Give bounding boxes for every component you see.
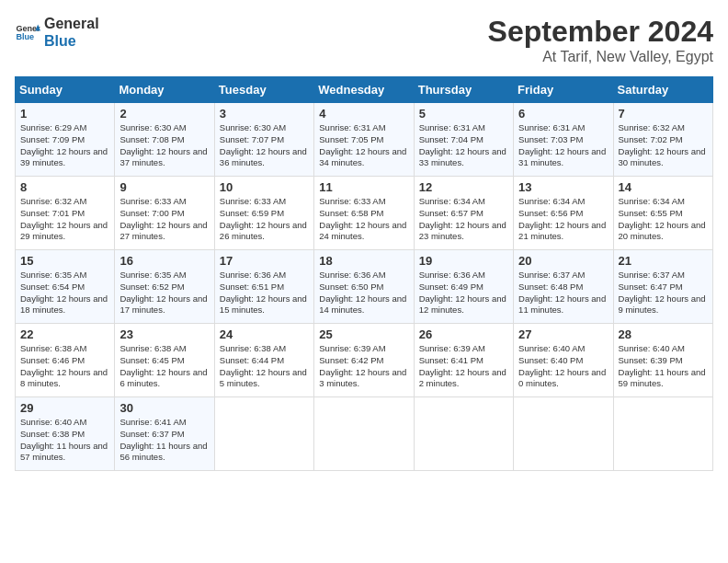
calendar-cell: 12Sunrise: 6:34 AMSunset: 6:57 PMDayligh… — [414, 177, 513, 250]
day-number: 22 — [20, 327, 109, 341]
month-title: September 2024 — [488, 15, 713, 49]
cell-info: Sunrise: 6:33 AMSunset: 6:58 PMDaylight:… — [319, 196, 408, 243]
calendar-cell — [414, 397, 513, 471]
cell-info: Sunrise: 6:34 AMSunset: 6:55 PMDaylight:… — [619, 196, 708, 243]
week-row-2: 8Sunrise: 6:32 AMSunset: 7:01 PMDaylight… — [16, 177, 713, 250]
svg-text:Blue: Blue — [16, 33, 34, 42]
cell-info: Sunrise: 6:34 AMSunset: 6:56 PMDaylight:… — [518, 196, 608, 243]
cell-info: Sunrise: 6:29 AMSunset: 7:09 PMDaylight:… — [20, 122, 109, 169]
calendar-cell: 27Sunrise: 6:40 AMSunset: 6:40 PMDayligh… — [514, 324, 613, 397]
cell-info: Sunrise: 6:31 AMSunset: 7:05 PMDaylight:… — [319, 122, 408, 169]
day-number: 8 — [20, 180, 109, 194]
title-block: September 2024 At Tarif, New Valley, Egy… — [488, 15, 713, 65]
calendar-cell: 5Sunrise: 6:31 AMSunset: 7:04 PMDaylight… — [414, 103, 513, 177]
calendar-cell: 20Sunrise: 6:37 AMSunset: 6:48 PMDayligh… — [514, 250, 613, 324]
cell-info: Sunrise: 6:38 AMSunset: 6:45 PMDaylight:… — [119, 343, 209, 390]
day-number: 29 — [20, 401, 109, 415]
calendar-cell: 9Sunrise: 6:33 AMSunset: 7:00 PMDaylight… — [115, 177, 214, 250]
calendar-cell: 28Sunrise: 6:40 AMSunset: 6:39 PMDayligh… — [613, 324, 712, 397]
week-row-1: 1Sunrise: 6:29 AMSunset: 7:09 PMDaylight… — [16, 103, 713, 177]
calendar-cell: 17Sunrise: 6:36 AMSunset: 6:51 PMDayligh… — [214, 250, 313, 324]
calendar-cell — [613, 397, 712, 471]
cell-info: Sunrise: 6:36 AMSunset: 6:51 PMDaylight:… — [220, 270, 309, 316]
cell-info: Sunrise: 6:40 AMSunset: 6:39 PMDaylight:… — [619, 343, 708, 390]
calendar-cell: 4Sunrise: 6:31 AMSunset: 7:05 PMDaylight… — [314, 103, 414, 177]
week-row-5: 29Sunrise: 6:40 AMSunset: 6:38 PMDayligh… — [16, 397, 713, 471]
calendar-cell: 24Sunrise: 6:38 AMSunset: 6:44 PMDayligh… — [214, 324, 313, 397]
logo-line1: General — [44, 15, 99, 32]
calendar-cell: 18Sunrise: 6:36 AMSunset: 6:50 PMDayligh… — [314, 250, 414, 324]
calendar-cell: 11Sunrise: 6:33 AMSunset: 6:58 PMDayligh… — [314, 177, 414, 250]
logo: General Blue General Blue — [15, 15, 99, 50]
calendar-cell: 29Sunrise: 6:40 AMSunset: 6:38 PMDayligh… — [16, 397, 115, 471]
calendar-cell: 1Sunrise: 6:29 AMSunset: 7:09 PMDaylight… — [16, 103, 115, 177]
week-row-3: 15Sunrise: 6:35 AMSunset: 6:54 PMDayligh… — [16, 250, 713, 324]
cell-info: Sunrise: 6:39 AMSunset: 6:42 PMDaylight:… — [319, 343, 408, 390]
day-number: 4 — [319, 107, 408, 121]
calendar-cell: 13Sunrise: 6:34 AMSunset: 6:56 PMDayligh… — [514, 177, 613, 250]
page-header: General Blue General Blue September 2024… — [15, 15, 713, 65]
day-number: 24 — [220, 327, 309, 341]
cell-info: Sunrise: 6:38 AMSunset: 6:46 PMDaylight:… — [20, 343, 109, 390]
day-number: 20 — [518, 254, 608, 268]
col-header-saturday: Saturday — [613, 77, 712, 103]
cell-info: Sunrise: 6:40 AMSunset: 6:40 PMDaylight:… — [518, 343, 608, 390]
day-number: 1 — [20, 107, 109, 121]
day-number: 26 — [419, 327, 508, 341]
calendar-cell: 3Sunrise: 6:30 AMSunset: 7:07 PMDaylight… — [214, 103, 313, 177]
cell-info: Sunrise: 6:35 AMSunset: 6:54 PMDaylight:… — [20, 270, 109, 316]
calendar-cell: 30Sunrise: 6:41 AMSunset: 6:37 PMDayligh… — [115, 397, 214, 471]
calendar-cell: 25Sunrise: 6:39 AMSunset: 6:42 PMDayligh… — [314, 324, 414, 397]
calendar-cell — [314, 397, 414, 471]
day-number: 7 — [619, 107, 708, 121]
calendar-cell: 26Sunrise: 6:39 AMSunset: 6:41 PMDayligh… — [414, 324, 513, 397]
cell-info: Sunrise: 6:40 AMSunset: 6:38 PMDaylight:… — [20, 417, 109, 464]
week-row-4: 22Sunrise: 6:38 AMSunset: 6:46 PMDayligh… — [16, 324, 713, 397]
cell-info: Sunrise: 6:36 AMSunset: 6:49 PMDaylight:… — [419, 270, 508, 316]
calendar-cell: 22Sunrise: 6:38 AMSunset: 6:46 PMDayligh… — [16, 324, 115, 397]
day-number: 27 — [518, 327, 608, 341]
day-number: 25 — [319, 327, 408, 341]
col-header-tuesday: Tuesday — [214, 77, 313, 103]
day-number: 18 — [319, 254, 408, 268]
col-header-sunday: Sunday — [16, 77, 115, 103]
day-number: 23 — [119, 327, 209, 341]
location-subtitle: At Tarif, New Valley, Egypt — [488, 49, 713, 65]
day-number: 9 — [119, 180, 209, 194]
day-number: 30 — [119, 401, 209, 415]
cell-info: Sunrise: 6:39 AMSunset: 6:41 PMDaylight:… — [419, 343, 508, 390]
day-number: 5 — [419, 107, 508, 121]
calendar-cell: 19Sunrise: 6:36 AMSunset: 6:49 PMDayligh… — [414, 250, 513, 324]
cell-info: Sunrise: 6:32 AMSunset: 7:01 PMDaylight:… — [20, 196, 109, 243]
day-number: 21 — [619, 254, 708, 268]
calendar-cell: 21Sunrise: 6:37 AMSunset: 6:47 PMDayligh… — [613, 250, 712, 324]
day-number: 17 — [220, 254, 309, 268]
day-number: 3 — [220, 107, 309, 121]
day-number: 14 — [619, 180, 708, 194]
day-number: 12 — [419, 180, 508, 194]
header-row: SundayMondayTuesdayWednesdayThursdayFrid… — [16, 77, 713, 103]
day-number: 19 — [419, 254, 508, 268]
col-header-friday: Friday — [514, 77, 613, 103]
cell-info: Sunrise: 6:34 AMSunset: 6:57 PMDaylight:… — [419, 196, 508, 243]
cell-info: Sunrise: 6:30 AMSunset: 7:08 PMDaylight:… — [119, 122, 209, 169]
calendar-cell — [514, 397, 613, 471]
calendar-cell: 2Sunrise: 6:30 AMSunset: 7:08 PMDaylight… — [115, 103, 214, 177]
day-number: 28 — [619, 327, 708, 341]
logo-icon: General Blue — [15, 19, 40, 45]
calendar-cell: 10Sunrise: 6:33 AMSunset: 6:59 PMDayligh… — [214, 177, 313, 250]
day-number: 2 — [119, 107, 209, 121]
cell-info: Sunrise: 6:36 AMSunset: 6:50 PMDaylight:… — [319, 270, 408, 316]
calendar-cell: 8Sunrise: 6:32 AMSunset: 7:01 PMDaylight… — [16, 177, 115, 250]
day-number: 6 — [518, 107, 608, 121]
calendar-table: SundayMondayTuesdayWednesdayThursdayFrid… — [15, 76, 713, 471]
cell-info: Sunrise: 6:33 AMSunset: 7:00 PMDaylight:… — [119, 196, 209, 243]
calendar-cell: 14Sunrise: 6:34 AMSunset: 6:55 PMDayligh… — [613, 177, 712, 250]
day-number: 10 — [220, 180, 309, 194]
col-header-thursday: Thursday — [414, 77, 513, 103]
calendar-cell — [214, 397, 313, 471]
cell-info: Sunrise: 6:32 AMSunset: 7:02 PMDaylight:… — [619, 122, 708, 169]
cell-info: Sunrise: 6:38 AMSunset: 6:44 PMDaylight:… — [220, 343, 309, 390]
calendar-cell: 16Sunrise: 6:35 AMSunset: 6:52 PMDayligh… — [115, 250, 214, 324]
day-number: 16 — [119, 254, 209, 268]
